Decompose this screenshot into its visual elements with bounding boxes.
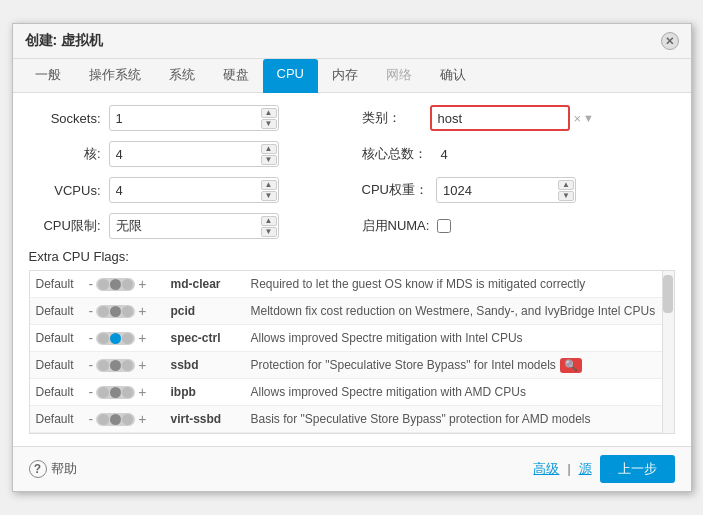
flag-toggle[interactable]: -+ xyxy=(85,298,165,325)
sockets-input[interactable] xyxy=(109,105,279,131)
tab-disk[interactable]: 硬盘 xyxy=(209,59,263,93)
total-cores-value: 4 xyxy=(435,144,454,165)
sockets-col: Sockets: ▲ ▼ xyxy=(29,105,342,131)
cores-down[interactable]: ▼ xyxy=(261,155,277,165)
flag-plus[interactable]: + xyxy=(138,411,146,427)
flag-description: Meltdown fix cost reduction on Westmere,… xyxy=(245,298,674,325)
cpu-limit-up[interactable]: ▲ xyxy=(261,216,277,226)
cores-spinner: ▲ ▼ xyxy=(261,144,277,165)
flag-minus[interactable]: - xyxy=(89,330,94,346)
flag-toggle[interactable]: -+ xyxy=(85,352,165,379)
tab-os[interactable]: 操作系统 xyxy=(75,59,155,93)
help-icon: ? xyxy=(29,460,47,478)
flag-row: Default-+spec-ctrlAllows improved Spectr… xyxy=(30,325,674,352)
dialog-title: 创建: 虚拟机 xyxy=(25,32,104,50)
toggle-dot xyxy=(98,279,109,290)
separator: | xyxy=(567,462,570,476)
cpu-weight-up[interactable]: ▲ xyxy=(558,180,574,190)
footer: ? 帮助 高级 | 源 上一步 xyxy=(13,446,691,491)
source-link[interactable]: 源 xyxy=(579,460,592,478)
scrollbar-thumb[interactable] xyxy=(663,275,673,313)
sockets-down[interactable]: ▼ xyxy=(261,119,277,129)
toggle-dot xyxy=(122,306,133,317)
vcpus-down[interactable]: ▼ xyxy=(261,191,277,201)
flag-row: Default-+pcidMeltdown fix cost reduction… xyxy=(30,298,674,325)
cpu-limit-down[interactable]: ▼ xyxy=(261,227,277,237)
flag-toggle[interactable]: -+ xyxy=(85,325,165,352)
flag-row: Default-+ssbdProtection for "Speculative… xyxy=(30,352,674,379)
cpu-limit-spinner: ▲ ▼ xyxy=(261,216,277,237)
flag-toggle-track[interactable] xyxy=(96,332,135,345)
tab-confirm[interactable]: 确认 xyxy=(426,59,480,93)
cpu-weight-spinner: ▲ ▼ xyxy=(558,180,574,201)
help-button[interactable]: ? 帮助 xyxy=(29,460,77,478)
toggle-dot xyxy=(110,333,121,344)
category-dropdown-icon[interactable]: ▼ xyxy=(583,112,594,124)
flag-minus[interactable]: - xyxy=(89,357,94,373)
flag-minus[interactable]: - xyxy=(89,303,94,319)
flag-toggle-track[interactable] xyxy=(96,278,135,291)
toggle-dot xyxy=(110,387,121,398)
advanced-link[interactable]: 高级 xyxy=(533,460,559,478)
flag-toggle-track[interactable] xyxy=(96,359,135,372)
flag-description: Allows improved Spectre mitigation with … xyxy=(245,325,674,352)
toggle-dot xyxy=(122,333,133,344)
flag-toggle[interactable]: -+ xyxy=(85,406,165,433)
cores-input[interactable] xyxy=(109,141,279,167)
flag-description: Allows improved Spectre mitigation with … xyxy=(245,379,674,406)
flag-minus[interactable]: - xyxy=(89,276,94,292)
total-cores-col: 核心总数： 4 xyxy=(362,144,675,165)
sockets-up[interactable]: ▲ xyxy=(261,108,277,118)
flag-minus[interactable]: - xyxy=(89,411,94,427)
tab-general[interactable]: 一般 xyxy=(21,59,75,93)
flag-toggle-track[interactable] xyxy=(96,386,135,399)
toggle-dot xyxy=(98,387,109,398)
flag-toggle-track[interactable] xyxy=(96,413,135,426)
action-buttons: 高级 | 源 上一步 xyxy=(533,455,674,483)
cpu-limit-col: CPU限制: ▲ ▼ xyxy=(29,213,342,239)
flag-toggle[interactable]: -+ xyxy=(85,379,165,406)
flag-toggle[interactable]: -+ xyxy=(85,271,165,298)
vcpus-up[interactable]: ▲ xyxy=(261,180,277,190)
cores-up[interactable]: ▲ xyxy=(261,144,277,154)
flags-scroll[interactable]: Default-+md-clearRequired to let the gue… xyxy=(30,271,674,433)
flag-default: Default xyxy=(30,298,85,325)
cpu-limit-row: CPU限制: ▲ ▼ 启用NUMA: xyxy=(29,213,675,239)
tab-system[interactable]: 系统 xyxy=(155,59,209,93)
flag-minus[interactable]: - xyxy=(89,384,94,400)
numa-col: 启用NUMA: xyxy=(362,217,675,235)
flag-description: Required to let the guest OS know if MDS… xyxy=(245,271,674,298)
flag-description: Basis for "Speculative Store Bypass" pro… xyxy=(245,406,674,433)
toggle-dot xyxy=(122,387,133,398)
category-input[interactable] xyxy=(430,105,570,131)
cpu-limit-input[interactable] xyxy=(109,213,279,239)
tab-memory[interactable]: 内存 xyxy=(318,59,372,93)
cores-label: 核: xyxy=(29,145,109,163)
tab-cpu[interactable]: CPU xyxy=(263,59,318,93)
flag-row: Default-+ibpbAllows improved Spectre mit… xyxy=(30,379,674,406)
flag-name: pcid xyxy=(165,298,245,325)
main-content: Sockets: ▲ ▼ 类别： × ▼ xyxy=(13,93,691,446)
flag-default: Default xyxy=(30,271,85,298)
search-overlay-icon[interactable]: 🔍 xyxy=(560,358,582,373)
category-clear-icon[interactable]: × xyxy=(574,111,582,126)
flag-plus[interactable]: + xyxy=(138,384,146,400)
flag-plus[interactable]: + xyxy=(138,330,146,346)
flag-plus[interactable]: + xyxy=(138,357,146,373)
cpu-weight-down[interactable]: ▼ xyxy=(558,191,574,201)
tab-bar: 一般 操作系统 系统 硬盘 CPU 内存 网络 确认 xyxy=(13,59,691,93)
category-input-wrap xyxy=(430,105,570,131)
confirm-button[interactable]: 上一步 xyxy=(600,455,675,483)
vcpus-input[interactable] xyxy=(109,177,279,203)
total-cores-label: 核心总数： xyxy=(362,145,427,163)
numa-checkbox[interactable] xyxy=(437,219,451,233)
flag-toggle-track[interactable] xyxy=(96,305,135,318)
flag-plus[interactable]: + xyxy=(138,276,146,292)
numa-label: 启用NUMA: xyxy=(362,217,430,235)
flag-plus[interactable]: + xyxy=(138,303,146,319)
close-button[interactable]: ✕ xyxy=(661,32,679,50)
toggle-dot xyxy=(122,279,133,290)
cpu-weight-input[interactable] xyxy=(436,177,576,203)
flag-name: ssbd xyxy=(165,352,245,379)
dialog-titlebar: 创建: 虚拟机 ✕ xyxy=(13,24,691,59)
